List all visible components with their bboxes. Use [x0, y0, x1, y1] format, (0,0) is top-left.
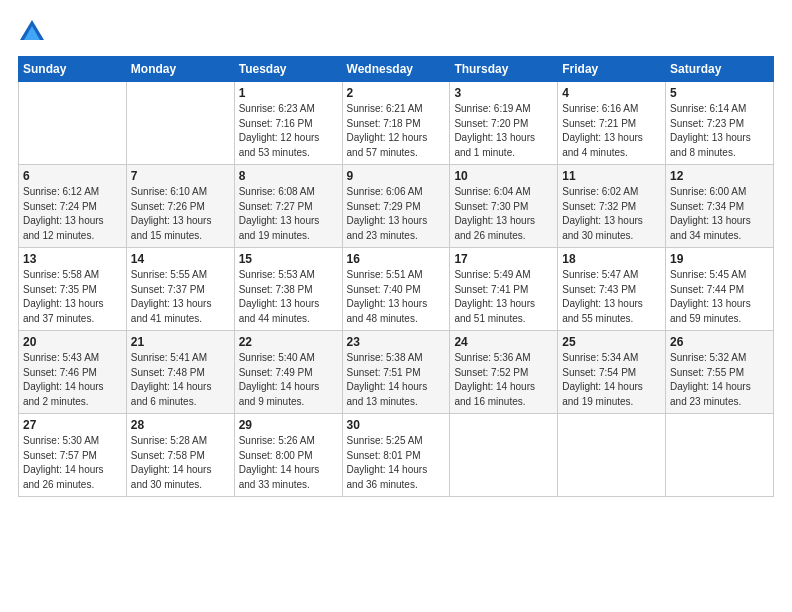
calendar-cell: 15Sunrise: 5:53 AM Sunset: 7:38 PM Dayli…	[234, 248, 342, 331]
day-number: 7	[131, 169, 230, 183]
page: SundayMondayTuesdayWednesdayThursdayFrid…	[0, 0, 792, 612]
day-number: 2	[347, 86, 446, 100]
day-number: 24	[454, 335, 553, 349]
day-info: Sunrise: 6:08 AM Sunset: 7:27 PM Dayligh…	[239, 185, 338, 243]
day-info: Sunrise: 5:58 AM Sunset: 7:35 PM Dayligh…	[23, 268, 122, 326]
calendar-cell: 27Sunrise: 5:30 AM Sunset: 7:57 PM Dayli…	[19, 414, 127, 497]
day-number: 17	[454, 252, 553, 266]
calendar-cell	[558, 414, 666, 497]
day-number: 26	[670, 335, 769, 349]
day-info: Sunrise: 6:19 AM Sunset: 7:20 PM Dayligh…	[454, 102, 553, 160]
day-number: 27	[23, 418, 122, 432]
calendar-cell: 10Sunrise: 6:04 AM Sunset: 7:30 PM Dayli…	[450, 165, 558, 248]
day-number: 5	[670, 86, 769, 100]
calendar-week-row: 1Sunrise: 6:23 AM Sunset: 7:16 PM Daylig…	[19, 82, 774, 165]
logo-icon	[18, 18, 46, 46]
day-number: 12	[670, 169, 769, 183]
calendar-table: SundayMondayTuesdayWednesdayThursdayFrid…	[18, 56, 774, 497]
calendar-cell	[666, 414, 774, 497]
day-info: Sunrise: 6:12 AM Sunset: 7:24 PM Dayligh…	[23, 185, 122, 243]
calendar-cell: 19Sunrise: 5:45 AM Sunset: 7:44 PM Dayli…	[666, 248, 774, 331]
day-number: 19	[670, 252, 769, 266]
calendar-cell: 24Sunrise: 5:36 AM Sunset: 7:52 PM Dayli…	[450, 331, 558, 414]
weekday-header: Sunday	[19, 57, 127, 82]
weekday-header: Friday	[558, 57, 666, 82]
day-info: Sunrise: 5:30 AM Sunset: 7:57 PM Dayligh…	[23, 434, 122, 492]
day-info: Sunrise: 5:36 AM Sunset: 7:52 PM Dayligh…	[454, 351, 553, 409]
calendar-week-row: 27Sunrise: 5:30 AM Sunset: 7:57 PM Dayli…	[19, 414, 774, 497]
calendar-cell: 25Sunrise: 5:34 AM Sunset: 7:54 PM Dayli…	[558, 331, 666, 414]
day-number: 16	[347, 252, 446, 266]
day-info: Sunrise: 5:25 AM Sunset: 8:01 PM Dayligh…	[347, 434, 446, 492]
calendar-cell: 18Sunrise: 5:47 AM Sunset: 7:43 PM Dayli…	[558, 248, 666, 331]
day-number: 20	[23, 335, 122, 349]
day-number: 1	[239, 86, 338, 100]
day-number: 3	[454, 86, 553, 100]
calendar-week-row: 20Sunrise: 5:43 AM Sunset: 7:46 PM Dayli…	[19, 331, 774, 414]
calendar-header-row: SundayMondayTuesdayWednesdayThursdayFrid…	[19, 57, 774, 82]
day-number: 13	[23, 252, 122, 266]
calendar-cell: 14Sunrise: 5:55 AM Sunset: 7:37 PM Dayli…	[126, 248, 234, 331]
calendar-cell: 12Sunrise: 6:00 AM Sunset: 7:34 PM Dayli…	[666, 165, 774, 248]
day-number: 23	[347, 335, 446, 349]
day-info: Sunrise: 5:26 AM Sunset: 8:00 PM Dayligh…	[239, 434, 338, 492]
day-info: Sunrise: 5:49 AM Sunset: 7:41 PM Dayligh…	[454, 268, 553, 326]
day-info: Sunrise: 6:00 AM Sunset: 7:34 PM Dayligh…	[670, 185, 769, 243]
calendar-week-row: 6Sunrise: 6:12 AM Sunset: 7:24 PM Daylig…	[19, 165, 774, 248]
calendar-cell: 20Sunrise: 5:43 AM Sunset: 7:46 PM Dayli…	[19, 331, 127, 414]
day-info: Sunrise: 5:51 AM Sunset: 7:40 PM Dayligh…	[347, 268, 446, 326]
calendar-cell: 11Sunrise: 6:02 AM Sunset: 7:32 PM Dayli…	[558, 165, 666, 248]
weekday-header: Tuesday	[234, 57, 342, 82]
day-info: Sunrise: 5:40 AM Sunset: 7:49 PM Dayligh…	[239, 351, 338, 409]
day-number: 6	[23, 169, 122, 183]
calendar-cell: 5Sunrise: 6:14 AM Sunset: 7:23 PM Daylig…	[666, 82, 774, 165]
day-info: Sunrise: 6:06 AM Sunset: 7:29 PM Dayligh…	[347, 185, 446, 243]
day-info: Sunrise: 6:16 AM Sunset: 7:21 PM Dayligh…	[562, 102, 661, 160]
day-number: 25	[562, 335, 661, 349]
day-number: 9	[347, 169, 446, 183]
calendar-cell: 4Sunrise: 6:16 AM Sunset: 7:21 PM Daylig…	[558, 82, 666, 165]
header	[18, 18, 774, 46]
day-info: Sunrise: 5:53 AM Sunset: 7:38 PM Dayligh…	[239, 268, 338, 326]
day-number: 29	[239, 418, 338, 432]
calendar-cell: 17Sunrise: 5:49 AM Sunset: 7:41 PM Dayli…	[450, 248, 558, 331]
day-number: 15	[239, 252, 338, 266]
day-number: 11	[562, 169, 661, 183]
day-info: Sunrise: 5:34 AM Sunset: 7:54 PM Dayligh…	[562, 351, 661, 409]
day-info: Sunrise: 6:23 AM Sunset: 7:16 PM Dayligh…	[239, 102, 338, 160]
day-number: 22	[239, 335, 338, 349]
calendar-cell: 28Sunrise: 5:28 AM Sunset: 7:58 PM Dayli…	[126, 414, 234, 497]
day-info: Sunrise: 5:47 AM Sunset: 7:43 PM Dayligh…	[562, 268, 661, 326]
calendar-cell: 16Sunrise: 5:51 AM Sunset: 7:40 PM Dayli…	[342, 248, 450, 331]
day-info: Sunrise: 5:32 AM Sunset: 7:55 PM Dayligh…	[670, 351, 769, 409]
day-number: 21	[131, 335, 230, 349]
day-number: 8	[239, 169, 338, 183]
calendar-cell: 22Sunrise: 5:40 AM Sunset: 7:49 PM Dayli…	[234, 331, 342, 414]
day-info: Sunrise: 5:38 AM Sunset: 7:51 PM Dayligh…	[347, 351, 446, 409]
calendar-cell: 6Sunrise: 6:12 AM Sunset: 7:24 PM Daylig…	[19, 165, 127, 248]
day-info: Sunrise: 5:55 AM Sunset: 7:37 PM Dayligh…	[131, 268, 230, 326]
calendar-cell: 1Sunrise: 6:23 AM Sunset: 7:16 PM Daylig…	[234, 82, 342, 165]
day-number: 30	[347, 418, 446, 432]
day-info: Sunrise: 6:02 AM Sunset: 7:32 PM Dayligh…	[562, 185, 661, 243]
weekday-header: Wednesday	[342, 57, 450, 82]
day-info: Sunrise: 5:41 AM Sunset: 7:48 PM Dayligh…	[131, 351, 230, 409]
calendar-cell: 2Sunrise: 6:21 AM Sunset: 7:18 PM Daylig…	[342, 82, 450, 165]
day-info: Sunrise: 5:43 AM Sunset: 7:46 PM Dayligh…	[23, 351, 122, 409]
calendar-cell	[126, 82, 234, 165]
day-number: 18	[562, 252, 661, 266]
calendar-cell: 26Sunrise: 5:32 AM Sunset: 7:55 PM Dayli…	[666, 331, 774, 414]
day-info: Sunrise: 6:04 AM Sunset: 7:30 PM Dayligh…	[454, 185, 553, 243]
logo	[18, 18, 50, 46]
day-number: 10	[454, 169, 553, 183]
calendar-cell: 21Sunrise: 5:41 AM Sunset: 7:48 PM Dayli…	[126, 331, 234, 414]
calendar-cell: 9Sunrise: 6:06 AM Sunset: 7:29 PM Daylig…	[342, 165, 450, 248]
calendar-week-row: 13Sunrise: 5:58 AM Sunset: 7:35 PM Dayli…	[19, 248, 774, 331]
day-info: Sunrise: 6:14 AM Sunset: 7:23 PM Dayligh…	[670, 102, 769, 160]
calendar-cell	[19, 82, 127, 165]
day-number: 14	[131, 252, 230, 266]
calendar-cell	[450, 414, 558, 497]
day-number: 4	[562, 86, 661, 100]
calendar-cell: 3Sunrise: 6:19 AM Sunset: 7:20 PM Daylig…	[450, 82, 558, 165]
calendar-cell: 13Sunrise: 5:58 AM Sunset: 7:35 PM Dayli…	[19, 248, 127, 331]
